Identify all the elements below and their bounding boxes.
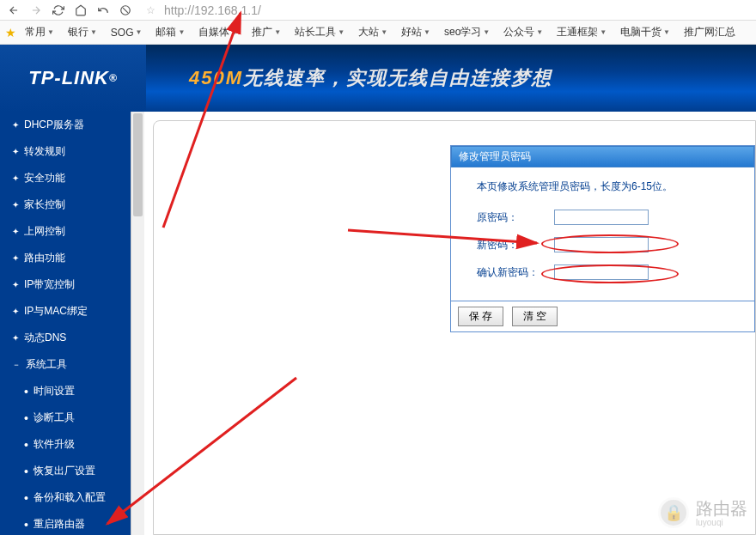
input-old-password[interactable] [554, 210, 649, 225]
header-banner: TP-LINK® 450M无线速率，实现无线自由连接梦想 [0, 45, 756, 112]
undo-icon[interactable] [96, 3, 110, 17]
label-old-password: 原密码： [477, 210, 554, 225]
bookmark-item[interactable]: 大站▼ [353, 23, 393, 41]
save-button[interactable]: 保 存 [458, 307, 503, 326]
input-new-password[interactable] [554, 237, 649, 252]
bookmark-item[interactable]: 邮箱▼ [150, 23, 190, 41]
browser-toolbar: ☆ http://192.168.1.1/ [0, 0, 756, 21]
favorite-star-icon[interactable]: ☆ [146, 4, 155, 16]
logo-text: TP-LINK [28, 67, 109, 89]
password-panel: 修改管理员密码 本页修改系统管理员密码，长度为6-15位。 原密码： 新密码： … [450, 145, 755, 332]
sidebar-sub-factory[interactable]: •恢复出厂设置 [0, 458, 131, 484]
sidebar-item-ddns[interactable]: ✦动态DNS [0, 325, 131, 351]
sidebar-item-parental[interactable]: ✦家长控制 [0, 192, 131, 218]
bookmark-item[interactable]: 王通框架▼ [552, 23, 612, 41]
scroll-thumb[interactable] [133, 113, 143, 216]
sidebar-item-ipmac[interactable]: ✦IP与MAC绑定 [0, 298, 131, 325]
banner-text1: 无线速率， [243, 67, 346, 88]
label-confirm-password: 确认新密码： [477, 265, 554, 280]
bookmark-star-icon[interactable]: ★ [5, 26, 16, 40]
banner-text2: 实现无线自由连接梦想 [346, 67, 552, 88]
sidebar-item-access[interactable]: ✦上网控制 [0, 218, 131, 245]
sidebar-sub-upgrade[interactable]: •软件升级 [0, 431, 131, 458]
address-bar[interactable]: http://192.168.1.1/ [164, 3, 261, 17]
bookmark-item[interactable]: 站长工具▼ [290, 23, 350, 41]
sidebar-sub-time[interactable]: •时间设置 [0, 378, 131, 404]
panel-description: 本页修改系统管理员密码，长度为6-15位。 [465, 179, 741, 194]
reload-icon[interactable] [52, 3, 65, 17]
clear-button[interactable]: 清 空 [512, 307, 558, 326]
bookmark-bar: ★ 常用▼ 银行▼ SOG▼ 邮箱▼ 自媒体▼ 推广▼ 站长工具▼ 大站▼ 好站… [0, 21, 756, 45]
sidebar-item-routing[interactable]: ✦路由功能 [0, 245, 131, 271]
bookmark-item[interactable]: SOG▼ [106, 25, 148, 40]
svg-line-1 [123, 8, 128, 13]
sidebar-item-bandwidth[interactable]: ✦IP带宽控制 [0, 271, 131, 298]
sidebar-item-dhcp[interactable]: ✦DHCP服务器 [0, 112, 131, 138]
banner: 450M无线速率，实现无线自由连接梦想 [146, 45, 756, 112]
sidebar-sub-diag[interactable]: •诊断工具 [0, 404, 131, 431]
bookmark-item[interactable]: 好站▼ [396, 23, 436, 41]
sidebar-sub-reboot[interactable]: •重启路由器 [0, 511, 131, 535]
sidebar-scrollbar[interactable] [131, 112, 144, 535]
sidebar-sub-backup[interactable]: •备份和载入配置 [0, 484, 131, 511]
banner-speed: 450M [189, 67, 243, 88]
sidebar-item-security[interactable]: ✦安全功能 [0, 165, 131, 192]
input-confirm-password[interactable] [554, 264, 649, 280]
bookmark-item[interactable]: 电脑干货▼ [615, 23, 675, 41]
bookmark-item[interactable]: 推广▼ [247, 23, 286, 41]
content-area: 修改管理员密码 本页修改系统管理员密码，长度为6-15位。 原密码： 新密码： … [144, 112, 756, 535]
bookmark-item[interactable]: 推广网汇总 [679, 23, 741, 41]
bookmark-item[interactable]: seo学习▼ [439, 23, 495, 41]
label-new-password: 新密码： [477, 238, 554, 252]
sidebar-item-forward[interactable]: ✦转发规则 [0, 138, 131, 165]
bookmark-item[interactable]: 银行▼ [63, 23, 102, 41]
back-icon[interactable] [7, 3, 21, 17]
panel-title: 修改管理员密码 [451, 146, 754, 167]
forward-icon[interactable] [29, 3, 43, 17]
home-icon[interactable] [74, 3, 88, 17]
bookmark-item[interactable]: 常用▼ [20, 23, 59, 41]
sidebar: ✦DHCP服务器 ✦转发规则 ✦安全功能 ✦家长控制 ✦上网控制 ✦路由功能 ✦… [0, 112, 131, 535]
sidebar-item-systools[interactable]: －系统工具 [0, 351, 131, 378]
bookmark-item[interactable]: 公众号▼ [498, 23, 548, 41]
logo: TP-LINK® [0, 45, 146, 112]
bookmark-item[interactable]: 自媒体▼ [193, 23, 243, 41]
stop-icon[interactable] [119, 3, 132, 17]
